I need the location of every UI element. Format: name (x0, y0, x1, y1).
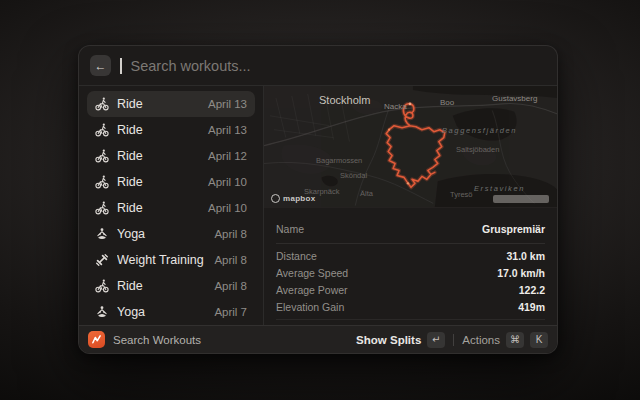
bike-icon (95, 149, 109, 163)
workout-date: April 12 (208, 150, 247, 162)
map-label: Älta (360, 189, 373, 198)
workout-date: April 8 (214, 228, 247, 240)
arrow-left-icon: ← (95, 59, 107, 73)
return-key-icon: ↵ (427, 332, 445, 348)
list-item[interactable]: RideApril 12 (87, 143, 255, 169)
row-divider (276, 319, 545, 320)
detail-row: Average Speed17.0 km/h (276, 264, 545, 281)
gps-route (386, 102, 445, 187)
search-header: ← (79, 46, 557, 86)
list-item[interactable]: RideApril 10 (87, 169, 255, 195)
list-item[interactable]: RideApril 8 (87, 273, 255, 299)
mapbox-wordmark: mapbox (283, 194, 315, 203)
desktop-background: ← RideApril 13RideApril 13RideApril 12Ri… (0, 0, 640, 400)
show-splits-label: Show Splits (356, 334, 421, 346)
list-item[interactable]: RideApril 10 (87, 195, 255, 221)
detail-label: Average Speed (276, 267, 348, 279)
workout-list: RideApril 13RideApril 13RideApril 12Ride… (79, 86, 263, 325)
map-label: Boo (440, 98, 454, 107)
bike-icon (95, 97, 109, 111)
detail-label: Average Power (276, 284, 348, 296)
bike-icon (95, 175, 109, 189)
map-label: Tyresö (450, 190, 473, 199)
detail-row: Elevation Gain419m (276, 298, 545, 315)
bike-icon (95, 123, 109, 137)
k-key-icon: K (530, 332, 548, 348)
command-palette-window: ← RideApril 13RideApril 13RideApril 12Ri… (78, 45, 558, 354)
search-input[interactable] (131, 58, 547, 74)
workout-label: Ride (117, 279, 206, 293)
workout-date: April 13 (208, 98, 247, 110)
workout-date: April 13 (208, 124, 247, 136)
detail-label: Elevation Gain (276, 301, 344, 313)
yoga-icon (95, 305, 109, 319)
workout-date: April 7 (214, 306, 247, 318)
extension-name: Search Workouts (113, 334, 348, 346)
detail-value: 17.0 km/h (497, 267, 545, 279)
list-item[interactable]: Weight TrainingApril 8 (87, 247, 255, 273)
workout-date: April 10 (208, 176, 247, 188)
actions-button[interactable]: Actions ⌘ K (462, 332, 548, 348)
app-icon (88, 331, 105, 348)
detail-row: NameGruspremiär (276, 214, 545, 244)
footer-divider (453, 334, 454, 346)
mapbox-icon (271, 194, 280, 203)
map-label: Baggensfjärden (442, 126, 517, 135)
footer-bar: Search Workouts Show Splits ↵ Actions ⌘ … (79, 325, 557, 353)
workout-date: April 8 (214, 254, 247, 266)
list-item[interactable]: YogaApril 8 (87, 221, 255, 247)
workout-label: Ride (117, 175, 200, 189)
map-label: Gustavsberg (492, 94, 537, 103)
list-item[interactable]: RideApril 13 (87, 117, 255, 143)
list-item[interactable]: RideApril 13 (87, 91, 255, 117)
workout-label: Ride (117, 123, 200, 137)
detail-value: 122.2 (519, 284, 545, 296)
yoga-icon (95, 227, 109, 241)
workout-label: Yoga (117, 227, 206, 241)
map-label: Stockholm (319, 94, 370, 106)
text-caret (120, 58, 122, 74)
map-label: Nacka (384, 102, 407, 111)
workout-date: April 8 (214, 280, 247, 292)
map-label: Erstaviken (474, 184, 525, 193)
bike-icon (95, 279, 109, 293)
map-label: Saltsjöbaden (456, 145, 499, 154)
detail-value: Gruspremiär (482, 223, 545, 235)
mapbox-logo[interactable]: mapbox (271, 194, 315, 203)
map-label: Bagarmossen (316, 156, 362, 165)
list-item[interactable]: YogaApril 7 (87, 299, 255, 325)
command-key-icon: ⌘ (506, 332, 524, 348)
workout-label: Ride (117, 97, 200, 111)
detail-table: NameGruspremiärDistance31.0 kmAverage Sp… (264, 208, 557, 325)
back-button[interactable]: ← (90, 55, 111, 76)
workout-label: Yoga (117, 305, 206, 319)
workout-label: Ride (117, 201, 200, 215)
detail-label: Name (276, 223, 304, 235)
map-label: Sköndal (340, 171, 367, 180)
detail-row: Distance31.0 km (276, 247, 545, 264)
route-zigzag-icon (90, 333, 103, 346)
detail-pane: StockholmNackaBooGustavsbergBaggensfjärd… (264, 86, 557, 325)
detail-value: 31.0 km (506, 250, 545, 262)
weights-icon (95, 253, 109, 267)
detail-value: 419m (518, 301, 545, 313)
map-attribution[interactable] (493, 195, 549, 203)
show-splits-button[interactable]: Show Splits ↵ (356, 332, 445, 348)
workout-label: Weight Training (117, 253, 206, 267)
workout-date: April 10 (208, 202, 247, 214)
actions-label: Actions (462, 334, 500, 346)
window-body: RideApril 13RideApril 13RideApril 12Ride… (79, 86, 557, 325)
detail-label: Distance (276, 250, 317, 262)
workout-label: Ride (117, 149, 200, 163)
bike-icon (95, 201, 109, 215)
detail-row: Average Power122.2 (276, 281, 545, 298)
map-canvas[interactable]: StockholmNackaBooGustavsbergBaggensfjärd… (264, 86, 557, 208)
